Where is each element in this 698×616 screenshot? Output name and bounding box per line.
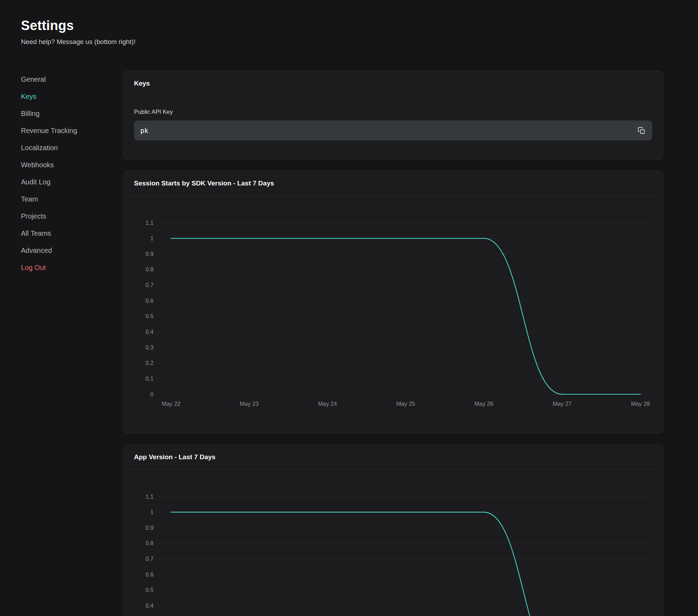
sdk-version-chart-body: 00.10.20.30.40.50.60.70.80.911.1May 22Ma…	[124, 196, 663, 433]
y-tick-label: 1.1	[146, 493, 154, 500]
sidebar-item-log-out[interactable]: Log Out	[21, 259, 123, 276]
app-version-chart-title: App Version - Last 7 Days	[124, 445, 663, 470]
sdk-version-chart-title: Session Starts by SDK Version - Last 7 D…	[124, 171, 663, 196]
sidebar-item-projects[interactable]: Projects	[21, 208, 123, 225]
app-version-chart-card: App Version - Last 7 Days 00.10.20.30.40…	[123, 445, 663, 616]
y-tick-label: 0.4	[146, 329, 154, 335]
sidebar-item-label: Advanced	[21, 247, 52, 254]
page-subtitle: Need help? Message us (bottom right)!	[21, 38, 663, 46]
y-tick-label: 0.8	[146, 540, 154, 546]
sidebar-item-revenue-tracking[interactable]: Revenue Tracking	[21, 122, 123, 139]
sidebar: GeneralKeysBillingRevenue TrackingLocali…	[21, 71, 123, 276]
copy-button[interactable]	[636, 125, 647, 137]
sidebar-item-label: Billing	[21, 110, 39, 117]
sidebar-item-label: Revenue Tracking	[21, 127, 77, 134]
page-title: Settings	[21, 18, 663, 33]
y-tick-label: 0.6	[146, 298, 154, 304]
sidebar-item-billing[interactable]: Billing	[21, 105, 123, 122]
sidebar-item-label: Projects	[21, 212, 46, 220]
x-tick-label: May 27	[553, 401, 572, 407]
y-tick-label: 0.7	[146, 556, 154, 562]
x-tick-label: May 25	[396, 401, 415, 407]
x-tick-label: May 26	[475, 401, 493, 407]
sidebar-item-label: Webhooks	[21, 161, 54, 169]
y-tick-label: 0.6	[146, 571, 154, 578]
keys-card-body: Public API Key	[124, 96, 663, 159]
sidebar-item-team[interactable]: Team	[21, 191, 123, 208]
x-tick-label: May 28	[631, 401, 650, 407]
sidebar-item-label: Log Out	[21, 264, 46, 271]
main-content: Keys Public API Key	[123, 71, 663, 616]
y-tick-label: 0	[150, 391, 154, 397]
settings-page: Settings Need help? Message us (bottom r…	[0, 0, 698, 616]
sidebar-item-audit-log[interactable]: Audit Log	[21, 174, 123, 191]
sidebar-item-keys[interactable]: Keys	[21, 88, 123, 105]
y-tick-label: 0.9	[146, 251, 154, 257]
sidebar-item-webhooks[interactable]: Webhooks	[21, 156, 123, 174]
app-version-chart-body: 00.10.20.30.40.50.60.70.80.911.1May 22Ma…	[124, 470, 663, 616]
y-tick-label: 1	[150, 235, 154, 241]
sidebar-item-label: Localization	[21, 144, 58, 152]
public-api-key-label: Public API Key	[134, 109, 652, 116]
sidebar-item-label: Team	[21, 195, 38, 203]
x-tick-label: May 23	[240, 401, 259, 407]
y-tick-label: 0.2	[146, 360, 154, 366]
sidebar-item-label: Audit Log	[21, 178, 51, 186]
sidebar-item-advanced[interactable]: Advanced	[21, 242, 123, 259]
sdk-version-chart: 00.10.20.30.40.50.60.70.80.911.1May 22Ma…	[124, 196, 663, 433]
y-tick-label: 0.3	[146, 344, 154, 351]
x-tick-label: May 24	[318, 401, 337, 407]
keys-card: Keys Public API Key	[123, 71, 663, 160]
layout: GeneralKeysBillingRevenue TrackingLocali…	[21, 71, 663, 616]
y-tick-label: 0.8	[146, 266, 154, 272]
y-tick-label: 1.1	[146, 220, 154, 226]
sdk-version-chart-card: Session Starts by SDK Version - Last 7 D…	[123, 171, 663, 433]
copy-icon	[638, 130, 645, 135]
sidebar-item-label: All Teams	[21, 229, 51, 237]
sidebar-item-localization[interactable]: Localization	[21, 139, 123, 156]
sidebar-item-label: Keys	[21, 93, 36, 100]
sidebar-item-label: General	[21, 75, 46, 83]
y-tick-label: 0.7	[146, 282, 154, 288]
keys-card-title: Keys	[124, 71, 663, 96]
y-tick-label: 0.1	[146, 375, 154, 382]
x-tick-label: May 22	[162, 401, 180, 407]
y-tick-label: 0.9	[146, 525, 154, 531]
app-version-chart: 00.10.20.30.40.50.60.70.80.911.1May 22Ma…	[124, 470, 663, 616]
public-api-key-row	[134, 120, 652, 140]
sidebar-item-all-teams[interactable]: All Teams	[21, 225, 123, 242]
sidebar-item-general[interactable]: General	[21, 71, 123, 88]
y-tick-label: 0.5	[146, 587, 154, 593]
y-tick-label: 0.4	[146, 602, 154, 609]
y-tick-label: 1	[150, 509, 154, 515]
public-api-key-input[interactable]	[134, 120, 652, 140]
y-tick-label: 0.5	[146, 313, 154, 319]
